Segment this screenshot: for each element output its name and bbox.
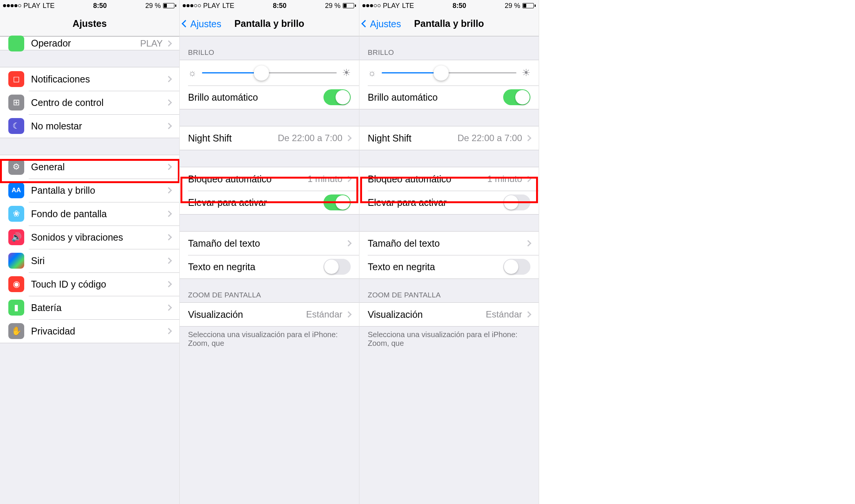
bold-text-row: Texto en negrita [359, 255, 539, 278]
settings-row-no-molestar[interactable]: ☾ No molestar [0, 114, 179, 138]
chevron-right-icon [345, 135, 352, 142]
night-shift-row[interactable]: Night Shift De 22:00 a 7:00 [180, 126, 359, 150]
clock-label: 8:50 [273, 2, 286, 10]
battery-percent: 29 % [145, 2, 161, 10]
auto-brightness-toggle[interactable] [503, 89, 530, 105]
battery-icon [163, 3, 176, 8]
fingerprint-icon: ◉ [8, 276, 24, 292]
row-label: Visualización [368, 309, 486, 320]
battery-percent: 29 % [505, 2, 520, 10]
section-header-brillo: BRILLO [180, 36, 359, 60]
section-header-zoom: ZOOM DE PANTALLA [180, 279, 359, 302]
row-label: Fondo de pantalla [31, 208, 166, 219]
brightness-slider[interactable] [202, 72, 337, 73]
row-label: Bloqueo automático [368, 174, 487, 185]
chevron-right-icon [345, 240, 352, 247]
auto-brightness-toggle[interactable] [323, 89, 351, 105]
page-title: Pantalla y brillo [235, 18, 305, 29]
settings-row-privacidad[interactable]: ✋ Privacidad [0, 319, 179, 343]
gear-icon: ⚙ [8, 159, 24, 175]
row-label: Bloqueo automático [188, 174, 308, 185]
sun-big-icon: ☀ [342, 67, 351, 79]
row-label: Operador [31, 38, 140, 49]
signal-dots-icon [362, 4, 381, 7]
chevron-right-icon [166, 305, 172, 311]
back-label: Ajustes [190, 18, 221, 29]
chevron-right-icon [166, 258, 172, 264]
phone-icon [8, 36, 24, 51]
page-title: Pantalla y brillo [414, 18, 484, 29]
row-value: PLAY [140, 38, 163, 49]
section-header-brillo: BRILLO [359, 36, 539, 60]
settings-row-bateria[interactable]: ▮ Batería [0, 296, 179, 319]
page-title: Ajustes [73, 18, 107, 29]
section-header-zoom: ZOOM DE PANTALLA [359, 279, 539, 302]
auto-lock-row[interactable]: Bloqueo automático 1 minuto [359, 167, 539, 191]
chevron-right-icon [345, 311, 352, 318]
auto-lock-row[interactable]: Bloqueo automático 1 minuto [180, 167, 359, 191]
back-button[interactable]: Ajustes [362, 18, 401, 29]
settings-row-fondo-pantalla[interactable]: ❀ Fondo de pantalla [0, 202, 179, 226]
chevron-right-icon [525, 240, 532, 247]
sun-small-icon: ☼ [368, 67, 376, 78]
nav-bar: Ajustes [0, 11, 179, 36]
settings-row-pantalla-brillo[interactable]: AA Pantalla y brillo [0, 179, 179, 202]
settings-row-notificaciones[interactable]: ◻ Notificaciones [0, 67, 179, 91]
bold-text-toggle[interactable] [503, 259, 530, 275]
settings-row-sonidos[interactable]: 🔊 Sonidos y vibraciones [0, 226, 179, 249]
network-label: LTE [222, 2, 235, 10]
settings-row-siri[interactable]: Siri [0, 249, 179, 272]
raise-to-wake-toggle[interactable] [323, 194, 351, 210]
settings-row-touchid[interactable]: ◉ Touch ID y código [0, 272, 179, 296]
row-label: Siri [31, 255, 166, 266]
network-label: LTE [402, 2, 414, 10]
settings-row-general[interactable]: ⚙ General [0, 155, 179, 179]
raise-to-wake-row: Elevar para activar [359, 191, 539, 214]
chevron-right-icon [166, 76, 172, 82]
zoom-footer-text: Selecciona una visualización para el iPh… [359, 327, 539, 352]
signal-dots-icon [183, 4, 201, 7]
back-button[interactable]: Ajustes [183, 18, 221, 29]
row-label: Pantalla y brillo [31, 185, 166, 196]
screen-settings-main: PLAY LTE 8:50 29 % Ajustes Operador PLAY… [0, 0, 180, 504]
settings-row-operador[interactable]: Operador PLAY [0, 37, 179, 50]
raise-to-wake-toggle[interactable] [503, 194, 530, 210]
brightness-slider[interactable] [382, 72, 516, 73]
battery-icon [343, 3, 356, 8]
chevron-right-icon [525, 311, 532, 318]
sound-icon: 🔊 [8, 229, 24, 245]
row-label: Sonidos y vibraciones [31, 232, 166, 243]
night-shift-row[interactable]: Night Shift De 22:00 a 7:00 [359, 126, 539, 150]
row-label: Notificaciones [31, 74, 166, 85]
control-center-icon: ⊞ [8, 95, 24, 110]
row-label: Privacidad [31, 326, 166, 337]
row-label: No molestar [31, 121, 166, 132]
siri-icon [8, 253, 24, 269]
display-zoom-row[interactable]: Visualización Estándar [180, 303, 359, 326]
nav-bar: Ajustes Pantalla y brillo [180, 11, 359, 36]
carrier-label: PLAY [23, 2, 40, 10]
settings-row-centro-control[interactable]: ⊞ Centro de control [0, 91, 179, 114]
display-zoom-row[interactable]: Visualización Estándar [359, 303, 539, 326]
row-value: De 22:00 a 7:00 [457, 133, 522, 143]
text-size-row[interactable]: Tamaño del texto [180, 232, 359, 255]
row-label: Batería [31, 302, 166, 313]
chevron-right-icon [525, 176, 532, 182]
row-label: Texto en negrita [188, 261, 323, 272]
screen-display-brightness-a: PLAY LTE 8:50 29 % Ajustes Pantalla y br… [180, 0, 359, 504]
row-label: Night Shift [188, 133, 278, 144]
wallpaper-icon: ❀ [8, 206, 24, 222]
chevron-right-icon [166, 100, 172, 106]
row-label: Tamaño del texto [188, 238, 346, 249]
row-label: Brillo automático [188, 92, 323, 103]
text-size-row[interactable]: Tamaño del texto [359, 232, 539, 255]
display-icon: AA [8, 182, 24, 198]
sun-big-icon: ☀ [522, 67, 530, 79]
row-value: 1 minuto [487, 174, 522, 184]
bold-text-toggle[interactable] [323, 259, 351, 275]
nav-bar: Ajustes Pantalla y brillo [359, 11, 539, 36]
moon-icon: ☾ [8, 118, 24, 134]
clock-label: 8:50 [93, 2, 107, 10]
notifications-icon: ◻ [8, 71, 24, 87]
brightness-slider-row: ☼ ☀ [180, 60, 359, 86]
